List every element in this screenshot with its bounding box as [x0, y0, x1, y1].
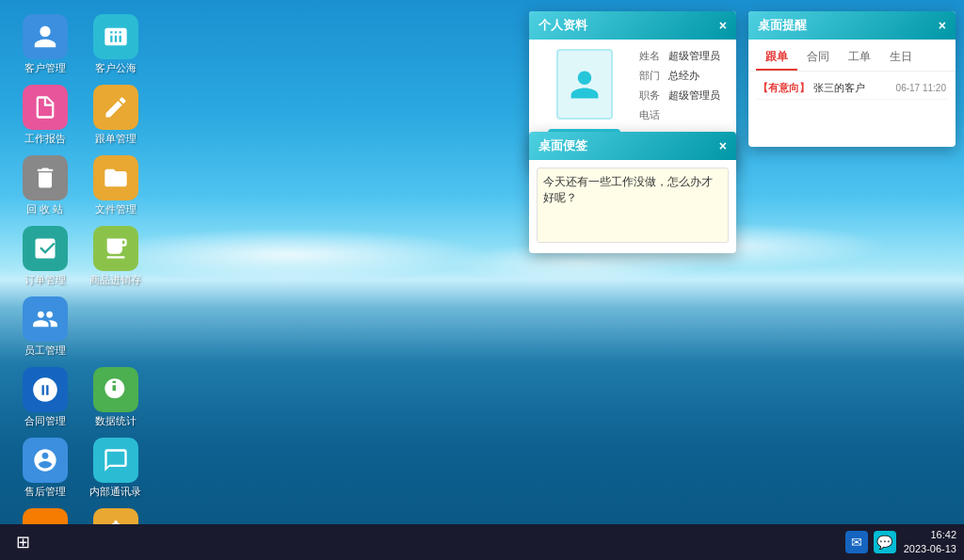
- icon-label-order-list: 订单管理: [24, 274, 66, 286]
- icon-label-product-stock: 商品进销存: [89, 274, 141, 286]
- clock-time: 16:42: [904, 528, 956, 542]
- sticky-panel-close[interactable]: ×: [719, 139, 727, 152]
- profile-key-dept: 部门: [639, 69, 663, 83]
- icon-box-after-sales: [23, 438, 68, 483]
- reminder-panel-close[interactable]: ×: [939, 19, 946, 32]
- sticky-textarea[interactable]: [537, 168, 729, 243]
- icon-customer-pool[interactable]: 客户公海: [80, 9, 151, 80]
- reminder-panel-title: 桌面提醒: [758, 17, 807, 34]
- icon-order-list[interactable]: 订单管理: [9, 221, 80, 292]
- sticky-panel-title: 桌面便签: [538, 137, 587, 154]
- taskbar-system-icons: ✉ 💬: [845, 531, 896, 553]
- profile-row-dept: 部门 总经办: [639, 69, 727, 83]
- taskbar-time-display: 16:42 2023-06-13: [904, 528, 956, 557]
- taskbar-left: ⊞: [8, 529, 38, 555]
- profile-key-title: 职务: [639, 88, 663, 103]
- icon-box-internal-comms: [93, 438, 138, 483]
- profile-panel-header: 个人资料 ×: [529, 11, 736, 40]
- icon-box-data-stats: [93, 367, 138, 412]
- icon-label-internal-comms: 内部通讯录: [89, 486, 141, 498]
- taskbar-chat-icon[interactable]: 💬: [874, 531, 896, 553]
- clock-date: 2023-06-13: [904, 542, 956, 556]
- icon-label-recycle: 回 收 站: [26, 203, 63, 216]
- tab-workorder[interactable]: 工单: [839, 45, 880, 71]
- profile-avatar: [556, 49, 613, 120]
- reminder-body: 【有意向】 张三的客户 06-17 11:20: [748, 72, 956, 147]
- icon-contract-mgmt[interactable]: 合同管理: [9, 362, 80, 433]
- icon-product-stock[interactable]: 商品进销存: [80, 221, 151, 292]
- icon-box-order-mgmt: [93, 85, 138, 130]
- icon-label-work-report: 工作报告: [24, 133, 66, 145]
- icon-box-contract-mgmt: [23, 367, 68, 412]
- taskbar-right: ✉ 💬 16:42 2023-06-13: [845, 528, 956, 557]
- taskbar-mail-icon[interactable]: ✉: [845, 531, 868, 553]
- icon-file-mgmt[interactable]: 文件管理: [80, 151, 151, 221]
- icon-data-stats[interactable]: 数据统计: [80, 362, 151, 433]
- icon-label-customers: 客户管理: [24, 62, 66, 74]
- icon-box-order-list: [23, 226, 68, 271]
- windows-icon: ⊞: [16, 532, 30, 552]
- profile-panel-title: 个人资料: [538, 17, 587, 34]
- icon-staff-mgmt[interactable]: 员工管理: [9, 292, 80, 362]
- reminder-time-0: 06-17 11:20: [896, 83, 946, 93]
- profile-val-name: 超级管理员: [668, 49, 720, 63]
- profile-row-phone: 电话: [639, 108, 727, 122]
- sticky-panel-header: 桌面便签 ×: [529, 132, 736, 160]
- chat-icon: 💬: [876, 535, 892, 550]
- icon-label-after-sales: 售后管理: [24, 486, 66, 498]
- icon-internal-comms[interactable]: 内部通讯录: [80, 433, 151, 504]
- reminder-name-0: 张三的客户: [813, 81, 896, 95]
- icon-recycle[interactable]: 回 收 站: [9, 151, 80, 221]
- desktop: 客户管理 客户公海 工作报告 跟单管理 回 收 站: [0, 0, 964, 560]
- icon-order-mgmt[interactable]: 跟单管理: [80, 80, 151, 151]
- desktop-icons-area: 客户管理 客户公海 工作报告 跟单管理 回 收 站: [9, 9, 151, 560]
- icon-label-staff-mgmt: 员工管理: [24, 344, 66, 357]
- profile-row-name: 姓名 超级管理员: [639, 49, 727, 63]
- icon-work-report[interactable]: 工作报告: [9, 80, 80, 151]
- reminder-tabs: 跟单 合同 工单 生日: [748, 40, 956, 72]
- reminder-panel: 桌面提醒 × 跟单 合同 工单 生日 【有意向】 张三的客户 06-17 11:…: [748, 11, 956, 147]
- tab-contract[interactable]: 合同: [797, 45, 839, 71]
- profile-panel-close[interactable]: ×: [719, 19, 727, 32]
- icon-box-work-report: [23, 85, 68, 130]
- profile-val-dept: 总经办: [668, 69, 699, 83]
- reminder-tag-0: 【有意向】: [758, 81, 810, 95]
- profile-key-name: 姓名: [639, 49, 663, 63]
- start-button[interactable]: ⊞: [8, 529, 38, 555]
- icon-after-sales[interactable]: 售后管理: [9, 433, 80, 504]
- taskbar: ⊞ ✉ 💬 16:42 2023-06-13: [0, 524, 964, 560]
- icon-label-contract-mgmt: 合同管理: [24, 415, 66, 427]
- icon-box-file-mgmt: [93, 155, 138, 200]
- tab-birthday[interactable]: 生日: [880, 45, 922, 71]
- reminder-item-0: 【有意向】 张三的客户 06-17 11:20: [756, 77, 948, 100]
- icon-label-data-stats: 数据统计: [95, 415, 137, 427]
- icon-label-order-mgmt: 跟单管理: [95, 133, 137, 145]
- icon-label-customer-pool: 客户公海: [95, 62, 137, 74]
- icon-box-product-stock: [93, 226, 138, 271]
- sticky-panel: 桌面便签 ×: [529, 132, 736, 253]
- profile-key-phone: 电话: [639, 108, 663, 122]
- mail-icon: ✉: [851, 535, 862, 550]
- icon-label-file-mgmt: 文件管理: [95, 203, 137, 216]
- icon-box-customer-pool: [93, 14, 138, 59]
- tab-follow[interactable]: 跟单: [756, 45, 797, 71]
- profile-val-title: 超级管理员: [668, 88, 720, 103]
- icon-box-recycle: [23, 155, 68, 200]
- icon-box-staff-mgmt: [23, 296, 68, 342]
- icon-customers[interactable]: 客户管理: [9, 9, 80, 80]
- profile-row-title: 职务 超级管理员: [639, 88, 727, 103]
- icon-box-customers: [23, 14, 68, 59]
- reminder-panel-header: 桌面提醒 ×: [748, 11, 956, 40]
- sticky-body: [529, 160, 736, 253]
